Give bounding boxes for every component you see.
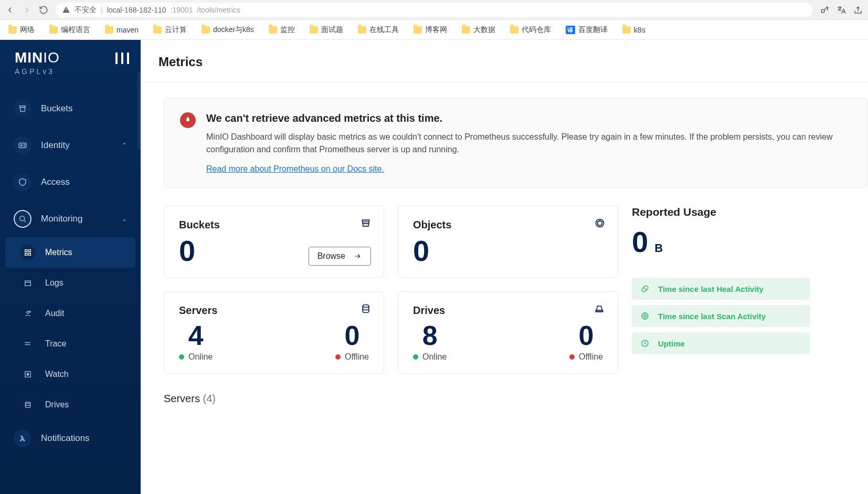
bookmark-item[interactable]: 代码仓库 xyxy=(510,25,551,35)
insecure-icon xyxy=(62,6,70,14)
sidebar-item-label: Identity xyxy=(41,140,70,151)
bookmark-item[interactable]: maven xyxy=(105,26,139,34)
svg-rect-7 xyxy=(28,253,30,255)
sidebar-item-watch[interactable]: Watch xyxy=(5,359,135,390)
lambda-icon xyxy=(14,429,31,447)
forward-button[interactable] xyxy=(22,5,31,15)
sidebar-item-drives[interactable]: Drives xyxy=(5,390,135,420)
sidebar: MINIO AGPLv3 BucketsIdentity⌃AccessMonit… xyxy=(0,40,141,494)
bookmark-label: 博客网 xyxy=(425,25,447,35)
svg-point-13 xyxy=(25,402,30,404)
objects-icon xyxy=(595,218,605,230)
bookmark-item[interactable]: docker与k8s xyxy=(202,25,254,35)
alert-icon xyxy=(180,112,196,128)
card-icon xyxy=(14,136,31,154)
folder-icon xyxy=(310,26,318,34)
bookmark-label: 百度翻译 xyxy=(578,25,608,35)
card-title-drives: Drives xyxy=(413,304,603,317)
card-drives: Drives 8Online 0Offline xyxy=(398,291,618,374)
bookmark-item[interactable]: 译百度翻译 xyxy=(566,25,608,35)
url-path: /tools/metrics xyxy=(197,6,240,14)
bookmark-item[interactable]: k8s xyxy=(622,26,645,34)
sidebar-item-monitoring[interactable]: Monitoring⌄ xyxy=(5,201,135,237)
chevron-down-icon: ⌄ xyxy=(122,215,127,223)
browse-button[interactable]: Browse xyxy=(309,247,371,266)
alert-banner: We can't retrieve advanced metrics at th… xyxy=(164,98,868,188)
arrow-right-icon xyxy=(353,253,362,260)
license-label: AGPLv3 xyxy=(15,67,60,76)
search-icon xyxy=(14,210,31,228)
usage-panel: Reported Usage 0 B Time since last Heal … xyxy=(632,206,810,354)
address-bar[interactable]: 不安全 | local-168-182-110:19001/tools/metr… xyxy=(56,3,812,17)
activity-pill[interactable]: Time since last Heal Activity xyxy=(632,278,810,300)
key-icon[interactable] xyxy=(820,5,829,15)
svg-point-9 xyxy=(27,311,29,313)
sidebar-item-notifications[interactable]: Notifications xyxy=(5,420,135,457)
usage-unit: B xyxy=(654,241,663,255)
chevron-up-icon: ⌃ xyxy=(122,142,127,149)
bookmark-item[interactable]: 面试题 xyxy=(310,25,343,35)
activity-pill[interactable]: Time since last Scan Activity xyxy=(632,305,810,327)
drives-offline-value: 0 xyxy=(569,322,603,349)
sidebar-item-logs[interactable]: Logs xyxy=(5,268,135,298)
logo: MINIO AGPLv3 xyxy=(15,49,60,76)
url-host: local-168-182-110 xyxy=(107,6,166,14)
sidebar-item-buckets[interactable]: Buckets xyxy=(5,90,135,127)
sidebar-item-metrics[interactable]: Metrics xyxy=(5,237,135,268)
servers-offline-value: 0 xyxy=(335,322,369,349)
svg-point-18 xyxy=(644,315,647,318)
bookmark-label: 监控 xyxy=(280,25,295,35)
svg-point-12 xyxy=(27,373,29,375)
folder-icon xyxy=(49,26,58,34)
sidebar-item-identity[interactable]: Identity⌃ xyxy=(5,127,135,164)
scan-icon xyxy=(640,311,650,321)
bookmark-item[interactable]: 云计算 xyxy=(153,25,187,35)
sidebar-item-label: Notifications xyxy=(41,433,90,444)
sidebar-item-access[interactable]: Access xyxy=(5,164,135,201)
bookmarks-bar: 网络编程语言maven云计算docker与k8s监控面试题在线工具博客网大数据代… xyxy=(0,20,868,40)
card-title-servers: Servers xyxy=(179,304,369,317)
browser-chrome: 不安全 | local-168-182-110:19001/tools/metr… xyxy=(0,0,868,20)
bookmark-item[interactable]: 编程语言 xyxy=(49,25,90,35)
svg-rect-6 xyxy=(25,253,27,255)
translate-icon: 译 xyxy=(566,26,575,34)
bookmark-item[interactable]: 网络 xyxy=(8,25,35,35)
bookmark-item[interactable]: 博客网 xyxy=(414,25,447,35)
bookmark-item[interactable]: 大数据 xyxy=(462,25,495,35)
menu-toggle[interactable] xyxy=(115,52,129,64)
sidebar-item-label: Logs xyxy=(45,278,63,288)
bookmark-label: 大数据 xyxy=(473,25,495,35)
sidebar-nav: BucketsIdentity⌃AccessMonitoring⌄Metrics… xyxy=(0,85,141,457)
person-icon xyxy=(20,306,36,321)
folder-icon xyxy=(510,26,518,34)
bookmark-item[interactable]: 监控 xyxy=(269,25,295,35)
bookmark-label: 面试题 xyxy=(321,25,343,35)
pill-label: Time since last Heal Activity xyxy=(658,285,764,293)
folder-icon xyxy=(153,26,162,34)
sidebar-scrollbar[interactable] xyxy=(137,71,141,150)
card-servers: Servers 4Online 0Offline xyxy=(164,291,384,374)
bookmark-label: 云计算 xyxy=(165,25,187,35)
alert-link[interactable]: Read more about Prometheus on our Docs s… xyxy=(206,164,384,173)
bookmark-label: 网络 xyxy=(20,25,35,35)
insecure-label: 不安全 xyxy=(75,5,97,15)
sidebar-item-audit[interactable]: Audit xyxy=(5,298,135,329)
drive-icon xyxy=(594,303,605,316)
reload-button[interactable] xyxy=(39,5,48,15)
back-button[interactable] xyxy=(5,5,15,15)
translate-icon[interactable] xyxy=(837,5,846,15)
share-icon[interactable] xyxy=(853,5,863,15)
bookmark-item[interactable]: 在线工具 xyxy=(358,25,399,35)
dot-green-icon xyxy=(179,354,184,360)
bookmark-label: maven xyxy=(117,26,139,34)
folder-icon xyxy=(622,26,631,34)
activity-pill[interactable]: Uptime xyxy=(632,332,810,354)
heal-icon xyxy=(640,284,650,293)
svg-point-2 xyxy=(20,145,22,146)
drives-online-value: 8 xyxy=(413,322,447,349)
sidebar-item-trace[interactable]: Trace xyxy=(5,329,135,359)
svg-point-10 xyxy=(29,311,31,312)
folder-icon xyxy=(8,26,17,34)
folder-icon xyxy=(414,26,422,34)
card-title-buckets: Buckets xyxy=(179,219,369,231)
